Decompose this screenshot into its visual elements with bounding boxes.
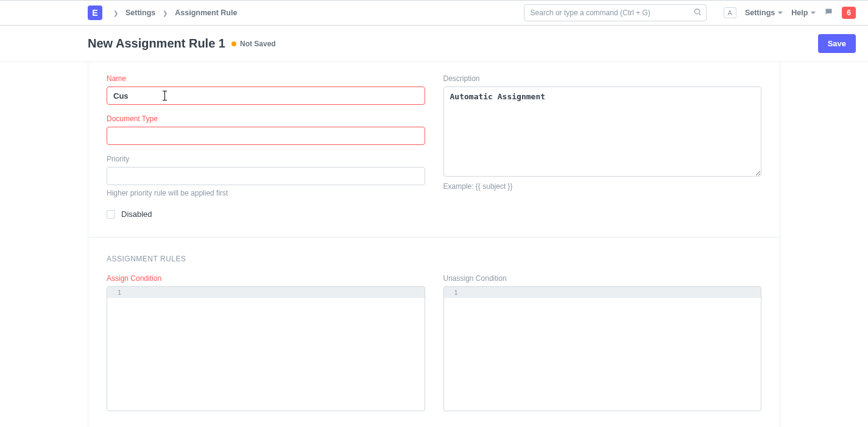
description-help-text: Example: {{ subject }} bbox=[443, 182, 762, 191]
description-label: Description bbox=[443, 74, 762, 83]
priority-help-text: Higher priority rule will be applied fir… bbox=[107, 189, 425, 197]
status-dot bbox=[231, 41, 236, 46]
nav-help-menu[interactable]: Help bbox=[791, 9, 816, 17]
assign-condition-editor[interactable]: 1 bbox=[107, 286, 425, 411]
nav-right: A Settings Help 6 bbox=[724, 7, 856, 19]
navbar: E ❯ Settings ❯ Assignment Rule A Setting… bbox=[0, 0, 868, 26]
unassign-condition-editor[interactable]: 1 bbox=[443, 286, 762, 411]
search-input[interactable] bbox=[524, 4, 707, 21]
disabled-checkbox[interactable] bbox=[107, 210, 115, 219]
name-field[interactable] bbox=[107, 86, 425, 105]
save-button[interactable]: Save bbox=[818, 34, 856, 53]
nav-settings-label: Settings bbox=[745, 9, 775, 17]
document-type-field[interactable] bbox=[107, 127, 425, 145]
text-cursor-icon bbox=[164, 91, 165, 101]
assign-condition-label: Assign Condition bbox=[107, 274, 425, 283]
priority-field[interactable] bbox=[107, 167, 425, 185]
assignment-rules-section-title: ASSIGNMENT RULES bbox=[88, 238, 780, 263]
chat-icon[interactable] bbox=[824, 7, 833, 18]
nav-settings-menu[interactable]: Settings bbox=[745, 9, 783, 17]
notification-badge[interactable]: 6 bbox=[842, 7, 856, 19]
unassign-condition-label: Unassign Condition bbox=[443, 274, 762, 283]
breadcrumb-settings[interactable]: Settings bbox=[125, 9, 155, 17]
page-header: New Assignment Rule 1 Not Saved Save bbox=[0, 26, 868, 62]
chevron-down-icon bbox=[811, 12, 816, 14]
code-line-number: 1 bbox=[107, 287, 132, 298]
priority-label: Priority bbox=[107, 155, 425, 163]
chevron-down-icon bbox=[778, 12, 783, 14]
disabled-label: Disabled bbox=[121, 210, 152, 219]
chevron-right-icon: ❯ bbox=[163, 10, 168, 16]
document-type-label: Document Type bbox=[107, 115, 425, 123]
form-area: Name Document Type Priority Higher prior… bbox=[88, 62, 780, 427]
keyboard-shortcut-indicator[interactable]: A bbox=[724, 7, 736, 18]
app-logo[interactable]: E bbox=[88, 5, 102, 20]
name-label: Name bbox=[107, 74, 425, 83]
description-field[interactable] bbox=[443, 86, 762, 177]
search-bar bbox=[524, 4, 707, 21]
chevron-right-icon: ❯ bbox=[113, 10, 118, 16]
status-badge: Not Saved bbox=[240, 40, 276, 48]
disabled-checkbox-group[interactable]: Disabled bbox=[107, 210, 425, 219]
page-title: New Assignment Rule 1 bbox=[88, 37, 225, 51]
nav-help-label: Help bbox=[791, 9, 808, 17]
breadcrumb-assignment-rule[interactable]: Assignment Rule bbox=[175, 9, 237, 17]
code-line-number: 1 bbox=[444, 287, 468, 298]
